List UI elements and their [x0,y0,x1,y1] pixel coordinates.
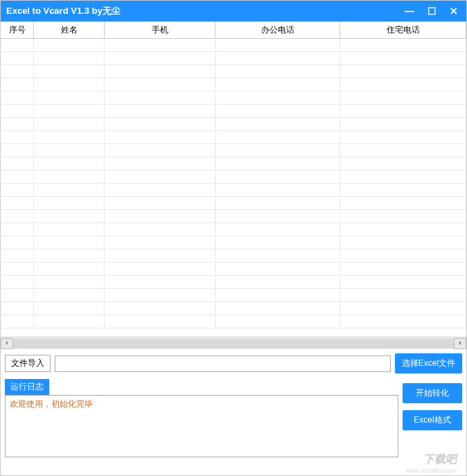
table-cell[interactable] [215,315,340,328]
col-header-office[interactable]: 办公电话 [215,21,340,38]
table-cell[interactable] [105,157,215,170]
table-cell[interactable] [34,65,105,78]
table-cell[interactable] [1,249,34,263]
table-cell[interactable] [340,131,466,144]
table-row[interactable] [1,78,466,91]
table-cell[interactable] [1,105,34,118]
table-cell[interactable] [34,210,105,223]
table-cell[interactable] [105,170,215,184]
table-cell[interactable] [1,91,34,105]
table-cell[interactable] [34,223,105,236]
minimize-button[interactable]: — [403,6,416,17]
table-row[interactable] [1,157,466,170]
table-cell[interactable] [34,184,105,197]
table-row[interactable] [1,289,466,302]
table-cell[interactable] [215,91,340,105]
table-cell[interactable] [215,184,340,197]
table-cell[interactable] [340,236,466,249]
select-excel-button[interactable]: 选择Excel文件 [395,353,462,373]
table-cell[interactable] [340,39,466,52]
table-cell[interactable] [215,197,340,210]
table-cell[interactable] [340,157,466,170]
table-cell[interactable] [34,78,105,91]
log-output[interactable]: 欢迎使用，初始化完毕 [5,395,398,457]
table-cell[interactable] [340,197,466,210]
table-row[interactable] [1,184,466,197]
table-row[interactable] [1,210,466,223]
horizontal-scrollbar[interactable]: ‹ › [1,337,466,349]
col-header-seq[interactable]: 序号 [1,21,34,38]
table-row[interactable] [1,91,466,105]
table-cell[interactable] [105,289,215,302]
table-cell[interactable] [1,236,34,249]
table-cell[interactable] [105,263,215,276]
file-path-input[interactable] [55,355,391,372]
table-cell[interactable] [215,131,340,144]
table-cell[interactable] [1,263,34,276]
table-cell[interactable] [105,184,215,197]
table-cell[interactable] [1,118,34,131]
table-cell[interactable] [105,210,215,223]
table-cell[interactable] [1,170,34,184]
table-cell[interactable] [105,197,215,210]
table-cell[interactable] [105,118,215,131]
table-cell[interactable] [34,276,105,289]
table-cell[interactable] [105,223,215,236]
table-cell[interactable] [34,289,105,302]
table-cell[interactable] [340,91,466,105]
table-cell[interactable] [34,236,105,249]
table-cell[interactable] [105,144,215,157]
col-header-mobile[interactable]: 手机 [105,21,215,38]
table-cell[interactable] [34,263,105,276]
table-cell[interactable] [340,65,466,78]
table-cell[interactable] [340,289,466,302]
table-cell[interactable] [340,223,466,236]
table-cell[interactable] [1,52,34,65]
table-cell[interactable] [1,289,34,302]
table-cell[interactable] [340,315,466,328]
table-cell[interactable] [340,78,466,91]
table-row[interactable] [1,249,466,263]
table-cell[interactable] [34,105,105,118]
table-row[interactable] [1,236,466,249]
table-cell[interactable] [340,52,466,65]
table-cell[interactable] [1,210,34,223]
table-cell[interactable] [34,315,105,328]
table-cell[interactable] [340,170,466,184]
table-row[interactable] [1,302,466,315]
table-cell[interactable] [215,223,340,236]
table-cell[interactable] [1,302,34,315]
scroll-right-button[interactable]: › [454,338,466,349]
table-cell[interactable] [34,91,105,105]
table-cell[interactable] [340,249,466,263]
table-cell[interactable] [105,131,215,144]
table-cell[interactable] [215,65,340,78]
table-cell[interactable] [105,276,215,289]
scroll-left-button[interactable]: ‹ [1,338,13,349]
table-row[interactable] [1,170,466,184]
table-cell[interactable] [105,236,215,249]
table-row[interactable] [1,223,466,236]
close-button[interactable]: ✕ [447,6,461,17]
table-cell[interactable] [105,249,215,263]
table-cell[interactable] [34,131,105,144]
table-cell[interactable] [34,144,105,157]
table-row[interactable] [1,39,466,52]
file-import-label[interactable]: 文件导入 [5,355,51,372]
col-header-name[interactable]: 姓名 [34,21,105,38]
table-cell[interactable] [1,157,34,170]
table-row[interactable] [1,105,466,118]
table-cell[interactable] [105,52,215,65]
table-row[interactable] [1,118,466,131]
table-cell[interactable] [340,263,466,276]
table-cell[interactable] [1,197,34,210]
table-cell[interactable] [215,210,340,223]
table-row[interactable] [1,65,466,78]
table-cell[interactable] [1,65,34,78]
table-cell[interactable] [340,302,466,315]
start-convert-button[interactable]: 开始转化 [403,383,462,403]
table-cell[interactable] [340,276,466,289]
table-cell[interactable] [215,39,340,52]
table-cell[interactable] [340,210,466,223]
table-cell[interactable] [340,118,466,131]
